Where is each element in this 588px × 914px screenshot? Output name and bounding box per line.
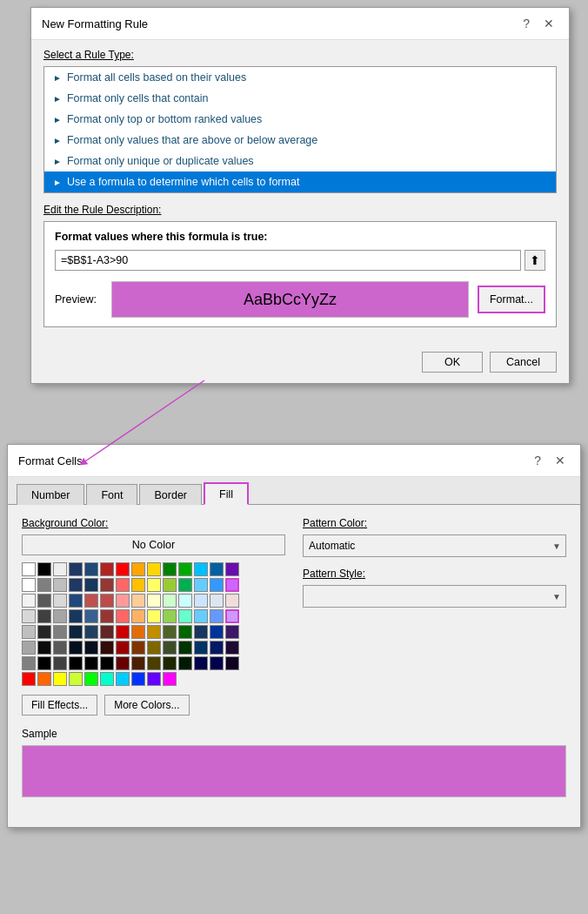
color-swatch[interactable]	[22, 594, 36, 608]
color-swatch[interactable]	[131, 578, 145, 592]
color-swatch[interactable]	[147, 625, 161, 639]
color-swatch[interactable]	[194, 656, 208, 670]
color-swatch[interactable]	[53, 641, 67, 655]
color-swatch[interactable]	[69, 656, 83, 670]
color-swatch[interactable]	[69, 641, 83, 655]
color-swatch[interactable]	[22, 625, 36, 639]
color-swatch[interactable]	[210, 578, 224, 592]
color-swatch[interactable]	[100, 594, 114, 608]
color-swatch[interactable]	[69, 594, 83, 608]
color-swatch[interactable]	[116, 594, 130, 608]
color-swatch[interactable]	[84, 562, 98, 576]
color-swatch[interactable]	[116, 625, 130, 639]
rule-type-top-bottom[interactable]: ► Format only top or bottom ranked value…	[44, 109, 556, 130]
color-swatch[interactable]	[116, 578, 130, 592]
color-swatch[interactable]	[147, 672, 161, 686]
color-swatch[interactable]	[53, 594, 67, 608]
tab-border[interactable]: Border	[139, 484, 202, 505]
color-swatch[interactable]	[163, 625, 177, 639]
color-swatch[interactable]	[225, 641, 239, 655]
formula-collapse-button[interactable]: ⬆	[525, 250, 545, 271]
color-swatch[interactable]	[225, 594, 239, 608]
color-swatch[interactable]	[22, 672, 36, 686]
tab-fill[interactable]: Fill	[204, 482, 249, 505]
color-swatch[interactable]	[210, 562, 224, 576]
color-swatch[interactable]	[116, 656, 130, 670]
color-swatch[interactable]	[210, 641, 224, 655]
tab-number[interactable]: Number	[17, 484, 84, 505]
color-swatch[interactable]	[100, 625, 114, 639]
no-color-button[interactable]: No Color	[22, 534, 285, 555]
color-swatch[interactable]	[147, 656, 161, 670]
color-swatch[interactable]	[210, 625, 224, 639]
color-swatch[interactable]	[131, 641, 145, 655]
color-swatch[interactable]	[37, 625, 51, 639]
color-swatch[interactable]	[163, 578, 177, 592]
color-swatch[interactable]	[210, 609, 224, 623]
color-swatch[interactable]	[37, 578, 51, 592]
color-swatch[interactable]	[53, 562, 67, 576]
color-swatch[interactable]	[178, 656, 192, 670]
color-swatch[interactable]	[53, 656, 67, 670]
color-swatch[interactable]	[131, 594, 145, 608]
color-swatch[interactable]	[37, 656, 51, 670]
color-swatch[interactable]	[178, 625, 192, 639]
color-swatch[interactable]	[147, 578, 161, 592]
color-swatch[interactable]	[194, 609, 208, 623]
color-swatch[interactable]	[178, 594, 192, 608]
color-swatch[interactable]	[163, 594, 177, 608]
color-swatch[interactable]	[84, 594, 98, 608]
color-swatch[interactable]	[69, 672, 83, 686]
color-swatch[interactable]	[131, 562, 145, 576]
color-swatch[interactable]	[100, 609, 114, 623]
color-swatch[interactable]	[131, 625, 145, 639]
color-swatch[interactable]	[37, 641, 51, 655]
color-swatch[interactable]	[194, 625, 208, 639]
color-swatch[interactable]	[178, 641, 192, 655]
color-swatch[interactable]	[210, 656, 224, 670]
color-swatch[interactable]	[100, 641, 114, 655]
ok-button[interactable]: OK	[422, 352, 483, 373]
color-swatch[interactable]	[53, 672, 67, 686]
pattern-style-select[interactable]	[303, 585, 566, 608]
color-swatch[interactable]	[210, 594, 224, 608]
color-swatch[interactable]	[22, 641, 36, 655]
color-swatch[interactable]	[22, 578, 36, 592]
help-button[interactable]: ?	[518, 15, 534, 32]
color-swatch[interactable]	[163, 641, 177, 655]
color-swatch[interactable]	[22, 656, 36, 670]
rule-type-cells-contain[interactable]: ► Format only cells that contain	[44, 88, 556, 109]
color-swatch[interactable]	[37, 672, 51, 686]
color-swatch[interactable]	[116, 609, 130, 623]
cancel-button[interactable]: Cancel	[490, 352, 557, 373]
tab-font[interactable]: Font	[86, 484, 137, 505]
formula-input[interactable]	[55, 250, 521, 271]
color-swatch[interactable]	[84, 641, 98, 655]
color-swatch[interactable]	[178, 609, 192, 623]
color-swatch[interactable]	[37, 594, 51, 608]
color-swatch[interactable]	[225, 578, 239, 592]
pattern-color-select[interactable]: Automatic	[303, 534, 566, 557]
rule-type-unique-duplicate[interactable]: ► Format only unique or duplicate values	[44, 151, 556, 171]
color-swatch[interactable]	[37, 562, 51, 576]
color-swatch[interactable]	[225, 562, 239, 576]
color-swatch[interactable]	[84, 656, 98, 670]
format-cells-close-button[interactable]: ✕	[551, 452, 570, 469]
color-swatch[interactable]	[131, 672, 145, 686]
color-swatch[interactable]	[131, 656, 145, 670]
color-swatch[interactable]	[194, 641, 208, 655]
color-swatch[interactable]	[163, 609, 177, 623]
color-swatch[interactable]	[147, 594, 161, 608]
color-swatch[interactable]	[225, 656, 239, 670]
rule-type-all-cells[interactable]: ► Format all cells based on their values	[44, 67, 556, 88]
color-swatch[interactable]	[194, 562, 208, 576]
color-swatch[interactable]	[116, 641, 130, 655]
color-swatch[interactable]	[147, 609, 161, 623]
color-swatch[interactable]	[37, 609, 51, 623]
color-swatch[interactable]	[69, 578, 83, 592]
format-button[interactable]: Format...	[478, 286, 545, 313]
color-swatch[interactable]	[84, 578, 98, 592]
fill-effects-button[interactable]: Fill Effects...	[22, 695, 97, 716]
color-swatch[interactable]	[163, 562, 177, 576]
color-swatch[interactable]	[22, 609, 36, 623]
